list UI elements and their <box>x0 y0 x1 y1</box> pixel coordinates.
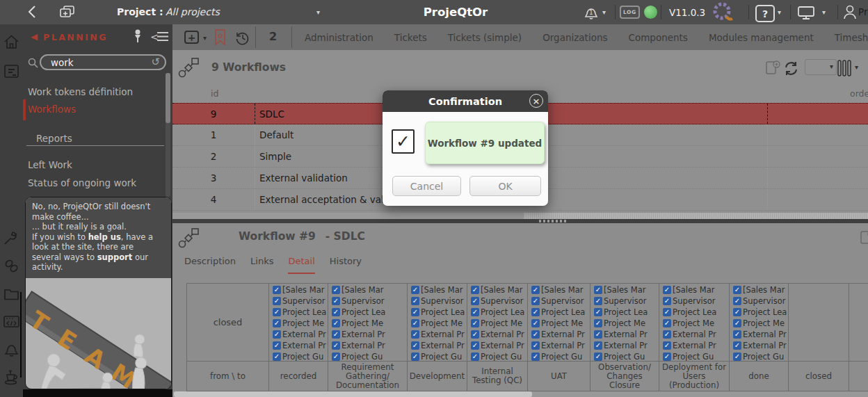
section-back-icon[interactable]: ◀ <box>31 31 38 42</box>
tab-administration[interactable]: Administration <box>305 32 373 43</box>
checked-checkbox-icon[interactable]: ✓ <box>531 319 540 327</box>
columns-caret-icon[interactable]: ▾ <box>855 64 858 71</box>
project-caret-icon[interactable]: ▾ <box>316 9 320 16</box>
checked-checkbox-icon[interactable]: ✓ <box>332 308 340 316</box>
cancel-button[interactable]: Cancel <box>392 176 461 196</box>
hamburger-menu-icon[interactable] <box>156 31 169 42</box>
checked-checkbox-icon[interactable]: ✓ <box>594 341 602 350</box>
add-document-icon[interactable] <box>765 60 781 76</box>
checked-checkbox-icon[interactable]: ✓ <box>663 330 671 339</box>
detail-tab-description[interactable]: Description <box>184 256 236 274</box>
notifications-caret-icon[interactable]: ▾ <box>602 9 606 16</box>
checked-checkbox-icon[interactable]: ✓ <box>471 286 479 294</box>
tab-tickets[interactable]: Tickets <box>394 32 427 43</box>
checked-checkbox-icon[interactable]: ✓ <box>273 308 281 316</box>
help-caret-icon[interactable]: ▾ <box>778 9 781 16</box>
sidebar-item-work-tokens-d-finition[interactable]: Work tokens définition <box>28 86 133 97</box>
sidebar-item-workflows[interactable]: Workflows <box>28 104 76 115</box>
tab-tickets-simple[interactable]: Tickets (simple) <box>448 32 522 43</box>
checked-checkbox-icon[interactable]: ✓ <box>411 330 419 339</box>
checked-checkbox-icon[interactable]: ✓ <box>733 330 741 339</box>
coffee-cup-icon[interactable] <box>3 368 20 386</box>
user-icon[interactable] <box>842 3 859 21</box>
checked-checkbox-icon[interactable]: ✓ <box>471 341 479 350</box>
tools-wrench-icon[interactable] <box>3 229 20 247</box>
checked-checkbox-icon[interactable]: ✓ <box>411 353 419 361</box>
checked-checkbox-icon[interactable]: ✓ <box>733 297 741 305</box>
folder-icon[interactable] <box>3 285 20 302</box>
checked-checkbox-icon[interactable]: ✓ <box>471 330 479 339</box>
dialog-header[interactable]: Confirmation × <box>383 90 548 112</box>
checked-checkbox-icon[interactable]: ✓ <box>531 308 540 316</box>
tab-modules-management[interactable]: Modules management <box>709 32 814 43</box>
checked-checkbox-icon[interactable]: ✓ <box>471 308 479 316</box>
menu-search-box[interactable]: ↺ <box>40 54 166 70</box>
support-link[interactable]: support <box>97 252 133 262</box>
notifications-bell-icon[interactable]: 1 <box>583 3 600 21</box>
help-icon[interactable]: ? <box>755 5 775 22</box>
checked-checkbox-icon[interactable]: ✓ <box>733 319 741 327</box>
history-clock-icon[interactable] <box>234 29 251 47</box>
checked-checkbox-icon[interactable]: ✓ <box>531 286 540 294</box>
alerts-bell-icon[interactable] <box>3 341 20 358</box>
rail-scrollbar[interactable] <box>20 292 22 378</box>
tab-components[interactable]: Components <box>628 32 687 43</box>
workflows-hscrollbar[interactable] <box>172 213 868 219</box>
home-icon[interactable] <box>3 33 20 51</box>
column-header-id[interactable]: id <box>211 88 218 99</box>
checked-checkbox-icon[interactable]: ✓ <box>273 353 281 361</box>
display-monitor-icon[interactable] <box>797 6 815 20</box>
user-label[interactable]: Pro <box>858 6 868 17</box>
code-window-icon[interactable] <box>3 313 20 330</box>
detail-hscrollbar[interactable] <box>172 391 868 397</box>
checked-checkbox-icon[interactable]: ✓ <box>531 341 540 350</box>
reset-search-icon[interactable]: ↺ <box>151 56 160 68</box>
checked-checkbox-icon[interactable]: ✓ <box>471 353 479 361</box>
checked-checkbox-icon[interactable]: ✓ <box>663 341 671 350</box>
detail-tab-links[interactable]: Links <box>250 256 273 274</box>
confirmation-checkbox[interactable]: ✓ <box>392 129 415 154</box>
bookmark-star-icon[interactable] <box>214 29 227 46</box>
add-document-icon[interactable] <box>860 229 868 246</box>
ok-button[interactable]: OK <box>469 176 541 196</box>
checked-checkbox-icon[interactable]: ✓ <box>733 353 741 361</box>
checked-checkbox-icon[interactable]: ✓ <box>663 308 671 316</box>
windows-icon[interactable] <box>58 5 75 19</box>
checked-checkbox-icon[interactable]: ✓ <box>594 319 602 327</box>
checked-checkbox-icon[interactable]: ✓ <box>411 297 419 305</box>
checked-checkbox-icon[interactable]: ✓ <box>273 330 281 339</box>
links-chain-icon[interactable] <box>3 257 20 275</box>
project-selector[interactable]: All projects <box>166 6 220 17</box>
detail-tab-history[interactable]: History <box>330 256 362 274</box>
checked-checkbox-icon[interactable]: ✓ <box>594 297 602 305</box>
checked-checkbox-icon[interactable]: ✓ <box>663 319 671 327</box>
sidebar-scrollbar[interactable] <box>166 73 170 197</box>
back-icon[interactable] <box>26 5 39 19</box>
columns-icon[interactable] <box>837 60 851 76</box>
checked-checkbox-icon[interactable]: ✓ <box>332 286 340 294</box>
checked-checkbox-icon[interactable]: ✓ <box>411 341 419 350</box>
checked-checkbox-icon[interactable]: ✓ <box>332 341 340 350</box>
checked-checkbox-icon[interactable]: ✓ <box>733 308 741 316</box>
filter-select[interactable]: ▾ <box>805 59 837 75</box>
refresh-icon[interactable] <box>782 60 800 77</box>
search-input[interactable] <box>49 56 143 69</box>
checked-checkbox-icon[interactable]: ✓ <box>733 286 741 294</box>
checked-checkbox-icon[interactable]: ✓ <box>332 297 340 305</box>
pin-icon[interactable] <box>131 29 145 44</box>
log-badge[interactable]: LOG <box>620 6 640 19</box>
checked-checkbox-icon[interactable]: ✓ <box>273 341 281 350</box>
checked-checkbox-icon[interactable]: ✓ <box>332 330 340 339</box>
tab-timesheet[interactable]: Timesheet <box>835 32 868 43</box>
checked-checkbox-icon[interactable]: ✓ <box>663 353 671 361</box>
splitter-handle-icon[interactable] <box>539 220 567 222</box>
checked-checkbox-icon[interactable]: ✓ <box>273 319 281 327</box>
checked-checkbox-icon[interactable]: ✓ <box>471 319 479 327</box>
checked-checkbox-icon[interactable]: ✓ <box>273 297 281 305</box>
checked-checkbox-icon[interactable]: ✓ <box>471 297 479 305</box>
checked-checkbox-icon[interactable]: ✓ <box>531 330 540 339</box>
checked-checkbox-icon[interactable]: ✓ <box>531 297 540 305</box>
checked-checkbox-icon[interactable]: ✓ <box>411 286 419 294</box>
checked-checkbox-icon[interactable]: ✓ <box>411 319 419 327</box>
menu-document-icon[interactable] <box>3 63 20 80</box>
